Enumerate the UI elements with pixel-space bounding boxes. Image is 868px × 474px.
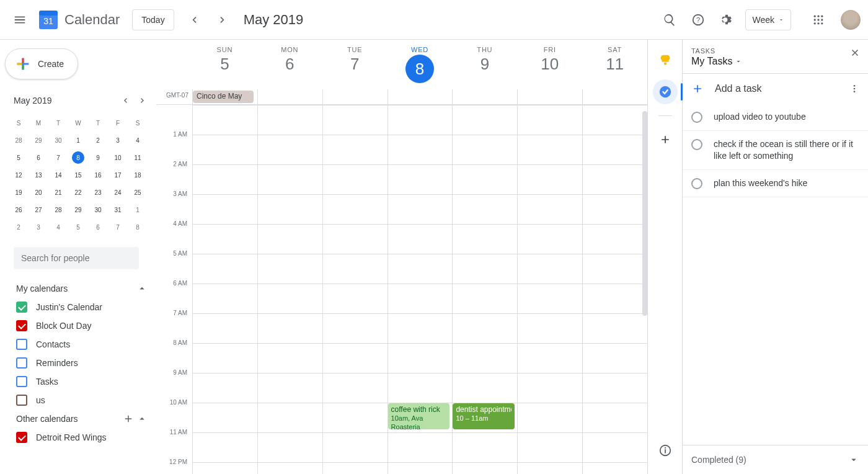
calendar-event[interactable]: dentist appointment10 – 11am — [453, 403, 515, 429]
time-cell[interactable] — [192, 373, 257, 403]
time-cell[interactable] — [257, 284, 322, 313]
mini-day[interactable]: 17 — [108, 166, 128, 184]
time-cell[interactable] — [192, 135, 257, 164]
time-cell[interactable] — [388, 284, 453, 313]
time-cell[interactable] — [322, 433, 388, 462]
time-cell[interactable] — [517, 165, 582, 194]
time-cell[interactable] — [192, 195, 257, 224]
mini-day[interactable]: 1 — [128, 201, 148, 218]
time-cell[interactable] — [322, 225, 388, 254]
time-grid[interactable]: 1 AM2 AM3 AM4 AM5 AM6 AM7 AM8 AM9 AM10 A… — [156, 105, 647, 474]
calendar-item[interactable]: us — [0, 391, 156, 409]
time-cell[interactable] — [257, 344, 322, 373]
mini-day[interactable]: 5 — [68, 218, 88, 236]
mini-day[interactable]: 24 — [108, 184, 128, 201]
time-cell[interactable] — [192, 403, 257, 432]
today-button[interactable]: Today — [132, 9, 174, 30]
time-cell[interactable] — [257, 135, 322, 164]
mini-day[interactable]: 30 — [48, 132, 68, 149]
time-cell[interactable] — [582, 165, 647, 194]
mini-day[interactable]: 28 — [9, 132, 29, 149]
time-cell[interactable] — [388, 344, 453, 373]
task-complete-toggle[interactable] — [691, 112, 702, 123]
mini-next-button[interactable] — [134, 92, 151, 109]
time-cell[interactable] — [322, 373, 388, 403]
keep-button[interactable] — [653, 48, 678, 73]
allday-cell[interactable] — [517, 89, 582, 104]
time-cell[interactable] — [257, 463, 322, 474]
time-cell[interactable] — [192, 254, 257, 284]
search-button[interactable] — [657, 7, 682, 32]
add-task-button[interactable]: Add a task — [683, 73, 868, 104]
allday-cell[interactable] — [388, 89, 453, 104]
mini-day[interactable]: 8 — [128, 218, 148, 236]
time-cell[interactable] — [257, 403, 322, 432]
task-item[interactable]: upload video to youtube — [683, 104, 868, 131]
other-calendars-header[interactable]: Other calendars — [0, 409, 156, 428]
mini-day[interactable]: 8 — [72, 151, 84, 164]
time-cell[interactable] — [517, 135, 582, 164]
calendar-checkbox[interactable] — [16, 357, 27, 369]
calendar-item[interactable]: Detroit Red Wings — [0, 428, 156, 447]
scrollbar-thumb[interactable] — [642, 111, 647, 316]
mini-day[interactable]: 28 — [48, 201, 68, 218]
time-cell[interactable] — [322, 105, 388, 135]
mini-day[interactable]: 1 — [68, 132, 88, 149]
time-cell[interactable] — [192, 344, 257, 373]
mini-day[interactable]: 4 — [128, 132, 148, 149]
time-cell[interactable] — [192, 314, 257, 343]
mini-day[interactable]: 6 — [88, 218, 108, 236]
mini-day[interactable]: 30 — [88, 201, 108, 218]
addons-button[interactable] — [653, 127, 678, 152]
prev-period-button[interactable] — [182, 7, 206, 32]
day-header-col[interactable]: FRI10 — [517, 40, 582, 89]
info-button[interactable] — [653, 438, 678, 463]
tasks-list-selector[interactable]: My Tasks — [691, 56, 859, 67]
time-cell[interactable] — [582, 344, 647, 373]
time-cell[interactable] — [582, 284, 647, 313]
mini-day[interactable]: 29 — [29, 132, 48, 149]
time-cell[interactable] — [452, 433, 517, 462]
time-cell[interactable] — [517, 284, 582, 313]
next-period-button[interactable] — [210, 7, 235, 32]
time-cell[interactable] — [257, 105, 322, 135]
time-cell[interactable] — [322, 344, 388, 373]
tasks-completed-toggle[interactable]: Completed (9) — [683, 445, 868, 474]
time-cell[interactable] — [582, 463, 647, 474]
time-cell[interactable] — [322, 195, 388, 224]
mini-day[interactable]: 18 — [128, 166, 148, 184]
mini-day[interactable]: 14 — [48, 166, 68, 184]
time-cell[interactable] — [452, 195, 517, 224]
time-cell[interactable] — [517, 225, 582, 254]
time-cell[interactable]: coffee with rick10am, Ava Roasteria — [388, 403, 453, 432]
time-cell[interactable] — [452, 344, 517, 373]
time-cell[interactable] — [388, 105, 453, 135]
mini-day[interactable]: 5 — [9, 149, 29, 166]
day-header-col[interactable]: SUN5 — [192, 40, 257, 89]
task-item[interactable]: check if the ocean is still there or if … — [683, 131, 868, 170]
time-cell[interactable] — [192, 105, 257, 135]
calendar-item[interactable]: Contacts — [0, 335, 156, 354]
time-cell[interactable] — [452, 165, 517, 194]
allday-cell[interactable] — [582, 89, 647, 104]
time-cell[interactable] — [517, 463, 582, 474]
calendar-event[interactable]: coffee with rick10am, Ava Roasteria — [388, 403, 450, 429]
time-cell[interactable] — [192, 433, 257, 462]
time-cell[interactable] — [192, 463, 257, 474]
task-complete-toggle[interactable] — [691, 139, 702, 150]
time-cell[interactable] — [582, 195, 647, 224]
tasks-menu-button[interactable] — [849, 84, 859, 94]
tasks-close-button[interactable] — [849, 47, 861, 58]
mini-day[interactable]: 20 — [29, 184, 48, 201]
time-cell[interactable] — [322, 463, 388, 474]
calendar-item[interactable]: Reminders — [0, 354, 156, 372]
mini-day[interactable]: 4 — [48, 218, 68, 236]
mini-day[interactable]: 25 — [128, 184, 148, 201]
mini-day[interactable]: 10 — [108, 149, 128, 166]
time-cell[interactable] — [452, 373, 517, 403]
plus-icon[interactable] — [123, 413, 134, 424]
create-button[interactable]: Create — [5, 48, 78, 79]
mini-day[interactable]: 16 — [88, 166, 108, 184]
task-item[interactable]: plan this weekend's hike — [683, 170, 868, 197]
time-cell[interactable] — [517, 373, 582, 403]
